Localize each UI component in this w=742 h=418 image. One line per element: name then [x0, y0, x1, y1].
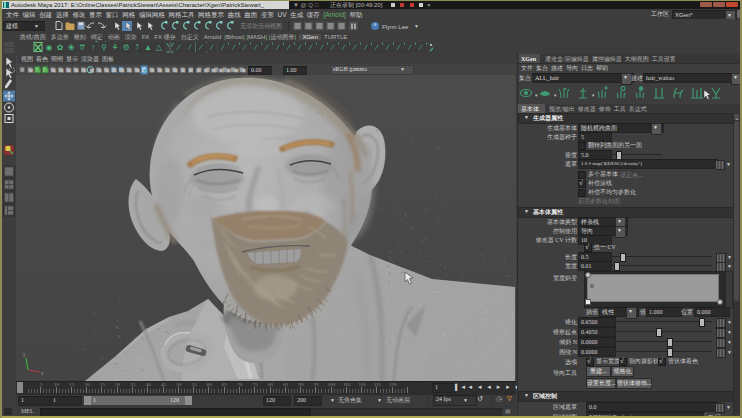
- svg-text:无渲染活动视图: 无渲染活动视图: [240, 22, 282, 30]
- svg-text:Flynn Lee: Flynn Lee: [382, 24, 409, 30]
- svg-text:▼: ▼: [591, 93, 595, 98]
- svg-text:▼: ▼: [534, 93, 538, 98]
- svg-text:▼: ▼: [414, 23, 419, 29]
- svg-text:▼: ▼: [553, 93, 557, 98]
